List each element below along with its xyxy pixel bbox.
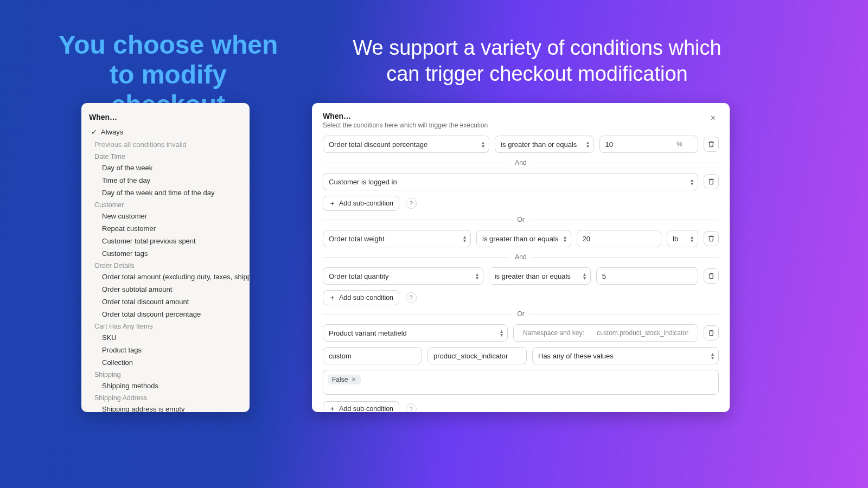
menu-item-always[interactable]: Always — [81, 126, 250, 138]
field-select-total-weight[interactable]: Order total weight ▴▾ — [323, 230, 471, 247]
menu-item-order-subtotal[interactable]: Order subtotal amount — [81, 283, 250, 296]
menu-item-order-discount-amount[interactable]: Order total discount amount — [81, 296, 250, 308]
chevron-updown-icon: ▴▾ — [564, 235, 566, 242]
help-icon[interactable]: ? — [406, 403, 417, 413]
menu-group-customer: Customer — [81, 199, 250, 210]
chevron-updown-icon: ▴▾ — [583, 272, 586, 280]
menu-item-time-of-day[interactable]: Time of the day — [81, 174, 250, 187]
field-select-variant-metafield[interactable]: Product variant metafield ▴▾ — [323, 324, 508, 342]
chevron-updown-icon: ▴▾ — [463, 235, 466, 242]
delete-condition-3[interactable] — [704, 231, 719, 246]
chevron-updown-icon: ▴▾ — [691, 235, 693, 242]
menu-item-new-customer[interactable]: New customer — [81, 210, 250, 222]
value-suffix-percent: % — [676, 140, 682, 148]
operator-select-1[interactable]: is greater than or equals ▴▾ — [495, 136, 593, 153]
namespace-input[interactable]: custom — [323, 347, 422, 364]
add-sub-condition-1[interactable]: ＋ Add sub-condition — [323, 196, 399, 211]
separator-or-2: Or — [323, 310, 719, 318]
chevron-updown-icon: ▴▾ — [691, 178, 693, 185]
menu-item-day-and-time[interactable]: Day of the week and time of the day — [81, 187, 250, 199]
condition-row-5b: custom product_stock_indicator Has any o… — [323, 347, 719, 364]
menu-item-repeat-customer[interactable]: Repeat customer — [81, 222, 250, 235]
menu-item-order-total-amount[interactable]: Order total amount (excluding duty, taxe… — [81, 271, 250, 283]
separator-or-1: Or — [323, 215, 719, 223]
chevron-updown-icon: ▴▾ — [482, 140, 484, 148]
menu-group-order-details: Order Details — [81, 260, 250, 271]
menu-item-product-tags[interactable]: Product tags — [81, 344, 250, 356]
menu-group-shipping: Shipping — [81, 369, 250, 380]
condition-row-5a: Product variant metafield ▴▾ Namespace a… — [323, 324, 719, 342]
separator-and-2: And — [323, 253, 719, 261]
remove-tag-icon[interactable]: ✕ — [351, 376, 356, 383]
menu-group-shipping-address: Shipping Address — [81, 392, 250, 403]
help-icon[interactable]: ? — [406, 198, 417, 209]
chevron-updown-icon: ▴▾ — [586, 140, 589, 148]
field-select-customer-logged-in[interactable]: Customer is logged in ▴▾ — [323, 173, 698, 190]
delete-condition-4[interactable] — [704, 268, 719, 284]
operator-select-4[interactable]: is greater than or equals ▴▾ — [489, 267, 591, 285]
value-tag-false: False✕ — [328, 375, 361, 384]
delete-condition-1[interactable] — [704, 137, 719, 152]
condition-row-3: Order total weight ▴▾ is greater than or… — [323, 230, 719, 247]
chevron-updown-icon: ▴▾ — [711, 352, 714, 359]
menu-item-sku[interactable]: SKU — [81, 331, 250, 344]
menu-item-address-empty[interactable]: Shipping address is empty — [81, 403, 250, 412]
conditions-panel: When… Select the conditions here which w… — [312, 103, 730, 412]
value-input-1[interactable]: 10 % — [599, 136, 698, 153]
headline-right: We support a variety of conditions which… — [347, 35, 727, 87]
menu-group-cart-items: Cart Has Any Items — [81, 320, 250, 331]
menu-item-customer-tags[interactable]: Customer tags — [81, 247, 250, 260]
separator-and-1: And — [323, 158, 719, 166]
condition-row-1: Order total discount percentage ▴▾ is gr… — [323, 136, 719, 153]
close-icon[interactable]: ✕ — [707, 112, 719, 124]
value-input-4[interactable]: 5 — [596, 267, 698, 285]
operator-select-3[interactable]: is greater than or equals ▴▾ — [476, 230, 571, 247]
field-select-discount-percentage[interactable]: Order total discount percentage ▴▾ — [323, 136, 489, 153]
condition-row-4: Order total quantity ▴▾ is greater than … — [323, 267, 719, 285]
menu-group-datetime: Date Time — [81, 151, 250, 162]
field-select-total-quantity[interactable]: Order total quantity ▴▾ — [323, 267, 483, 285]
value-input-3[interactable]: 20 — [577, 230, 662, 247]
conditions-title: When… — [323, 112, 719, 120]
namespace-key-hint: Namespace and key: custom.product_stock_… — [513, 324, 698, 342]
values-input[interactable]: False✕ — [323, 370, 719, 395]
add-sub-condition-2[interactable]: ＋ Add sub-condition — [323, 290, 399, 305]
menu-item-order-discount-percentage[interactable]: Order total discount percentage — [81, 308, 250, 320]
chevron-updown-icon: ▴▾ — [500, 329, 503, 337]
chevron-updown-icon: ▴▾ — [476, 272, 478, 280]
match-select[interactable]: Has any of these values ▴▾ — [532, 347, 719, 364]
menu-item-shipping-methods[interactable]: Shipping methods — [81, 380, 250, 392]
conditions-subtitle: Select the conditions here which will tr… — [323, 121, 719, 129]
when-menu-title: When… — [81, 110, 250, 126]
condition-row-2: Customer is logged in ▴▾ — [323, 173, 719, 190]
menu-item-day-of-week[interactable]: Day of the week — [81, 162, 250, 174]
key-input[interactable]: product_stock_indicator — [427, 347, 527, 364]
help-icon[interactable]: ? — [406, 292, 417, 303]
menu-item-customer-prev-spent[interactable]: Customer total previous spent — [81, 235, 250, 247]
menu-item-previous-invalid: Previous all conditions invalid — [81, 138, 250, 151]
unit-select-3[interactable]: lb ▴▾ — [667, 230, 698, 247]
delete-condition-5[interactable] — [704, 325, 719, 341]
when-menu-panel: When… Always Previous all conditions inv… — [81, 103, 250, 412]
menu-item-collection[interactable]: Collection — [81, 356, 250, 369]
delete-condition-2[interactable] — [704, 174, 719, 189]
add-sub-condition-3[interactable]: ＋ Add sub-condition — [323, 401, 399, 412]
